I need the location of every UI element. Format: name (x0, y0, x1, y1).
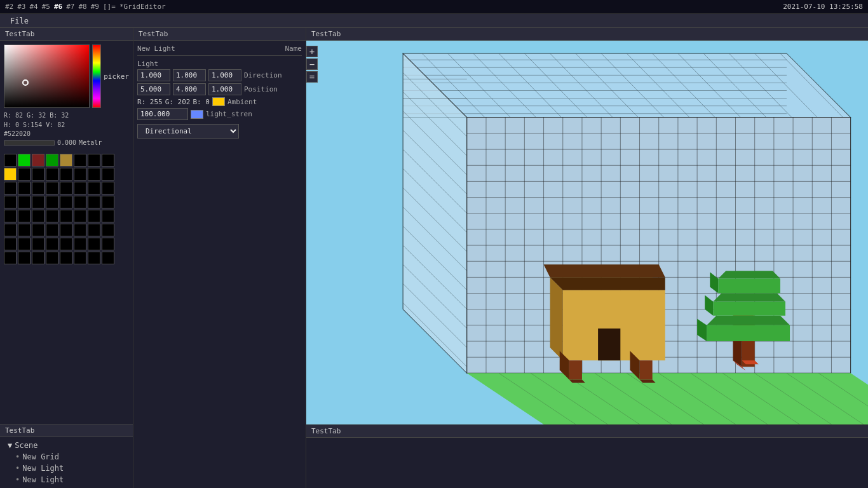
swatch-b6[interactable] (88, 168, 100, 180)
swatch-d8[interactable] (102, 196, 114, 208)
swatch-yellow[interactable] (4, 168, 17, 180)
middle-tab-header[interactable]: TestTab (133, 28, 306, 41)
swatch-e5[interactable] (60, 210, 72, 222)
swatch-c7[interactable] (88, 182, 100, 194)
swatch-h5[interactable] (60, 252, 72, 264)
swatch-e3[interactable] (32, 210, 44, 222)
vp-minus-button[interactable]: − (306, 58, 318, 70)
bottom-left-tab[interactable]: TestTab (0, 424, 133, 437)
swatch-f3[interactable] (32, 224, 44, 236)
vp-plus-button[interactable]: + (306, 46, 318, 57)
swatch-h6[interactable] (74, 252, 86, 264)
tab-3[interactable]: #3 (17, 3, 25, 11)
swatch-b2[interactable] (32, 168, 44, 180)
swatch-e4[interactable] (46, 210, 58, 222)
swatch-f2[interactable] (18, 224, 31, 236)
color-gradient[interactable] (4, 44, 90, 108)
bottom-right-tab[interactable]: TestTab (306, 425, 868, 438)
swatch-g5[interactable] (60, 238, 72, 250)
swatch-f4[interactable] (46, 224, 58, 236)
scene-root[interactable]: ▼ Scene (5, 440, 128, 451)
tree-item-grid[interactable]: • New Grid (5, 451, 128, 463)
tab-7[interactable]: #7 (66, 3, 74, 11)
menu-file[interactable]: File (5, 15, 34, 27)
swatch-d6[interactable] (74, 196, 86, 208)
swatch-h3[interactable] (32, 252, 44, 264)
swatch-c6[interactable] (74, 182, 86, 194)
swatch-black2[interactable] (74, 154, 86, 166)
position-z-input[interactable] (208, 83, 241, 95)
strength-color-swatch[interactable] (191, 110, 203, 119)
light-type-select[interactable]: Directional Point Spot (137, 124, 239, 139)
left-tab-header[interactable]: TestTab (0, 28, 133, 41)
hue-slider[interactable] (92, 44, 102, 108)
swatch-c3[interactable] (32, 182, 44, 194)
viewport-3d[interactable]: + − = (306, 41, 868, 424)
light-editor: New Light Name Light Direction Position (133, 41, 306, 488)
swatch-b4[interactable] (60, 168, 72, 180)
ambient-color-swatch[interactable] (212, 97, 225, 106)
swatch-black4[interactable] (102, 154, 114, 166)
swatch-c8[interactable] (102, 182, 114, 194)
swatch-black3[interactable] (88, 154, 100, 166)
swatch-e1[interactable] (4, 210, 17, 222)
swatch-g2[interactable] (18, 238, 31, 250)
swatch-e8[interactable] (102, 210, 114, 222)
swatch-d5[interactable] (60, 196, 72, 208)
direction-x-input[interactable] (137, 69, 170, 81)
swatch-g8[interactable] (102, 238, 114, 250)
swatch-darkgreen[interactable] (46, 154, 58, 166)
swatch-c2[interactable] (18, 182, 31, 194)
swatch-b7[interactable] (102, 168, 114, 180)
swatch-g1[interactable] (4, 238, 17, 250)
swatch-g6[interactable] (74, 238, 86, 250)
swatch-h8[interactable] (102, 252, 114, 264)
swatch-c4[interactable] (46, 182, 58, 194)
tab-4[interactable]: #4 (30, 3, 38, 11)
top-right-tab[interactable]: TestTab (306, 28, 868, 41)
swatch-c1[interactable] (4, 182, 17, 194)
swatch-f7[interactable] (88, 224, 100, 236)
swatch-e2[interactable] (18, 210, 31, 222)
swatch-f8[interactable] (102, 224, 114, 236)
swatch-green[interactable] (18, 154, 31, 166)
swatch-b3[interactable] (46, 168, 58, 180)
position-x-input[interactable] (137, 83, 170, 95)
tab-5[interactable]: #5 (42, 3, 50, 11)
swatch-h1[interactable] (4, 252, 17, 264)
swatch-d2[interactable] (18, 196, 31, 208)
tab-2[interactable]: #2 (5, 3, 13, 11)
swatch-d1[interactable] (4, 196, 17, 208)
swatch-e6[interactable] (74, 210, 86, 222)
swatch-black[interactable] (4, 154, 17, 166)
swatch-d3[interactable] (32, 196, 44, 208)
swatch-c5[interactable] (60, 182, 72, 194)
swatch-e7[interactable] (88, 210, 100, 222)
direction-y-input[interactable] (173, 69, 206, 81)
swatch-b5[interactable] (74, 168, 86, 180)
metalr-bar[interactable] (4, 140, 55, 146)
swatch-g4[interactable] (46, 238, 58, 250)
swatch-darkred[interactable] (32, 154, 44, 166)
tab-9[interactable]: #9 (91, 3, 99, 11)
swatch-g3[interactable] (32, 238, 44, 250)
tree-item-light2[interactable]: • New Light (5, 474, 128, 485)
position-y-input[interactable] (173, 83, 206, 95)
swatch-g7[interactable] (88, 238, 100, 250)
tree-item-light1[interactable]: • New Light (5, 463, 128, 474)
swatch-b1[interactable] (18, 168, 31, 180)
swatch-h7[interactable] (88, 252, 100, 264)
swatch-h4[interactable] (46, 252, 58, 264)
tab-8[interactable]: #8 (79, 3, 87, 11)
tab-6-active[interactable]: #6 (54, 3, 62, 11)
swatch-h2[interactable] (18, 252, 31, 264)
swatch-f1[interactable] (4, 224, 17, 236)
swatch-tan[interactable] (60, 154, 72, 166)
direction-z-input[interactable] (208, 69, 241, 81)
swatch-f5[interactable] (60, 224, 72, 236)
swatch-d4[interactable] (46, 196, 58, 208)
vp-equals-button[interactable]: = (306, 71, 318, 83)
swatch-f6[interactable] (74, 224, 86, 236)
strength-input[interactable] (137, 108, 188, 120)
swatch-d7[interactable] (88, 196, 100, 208)
